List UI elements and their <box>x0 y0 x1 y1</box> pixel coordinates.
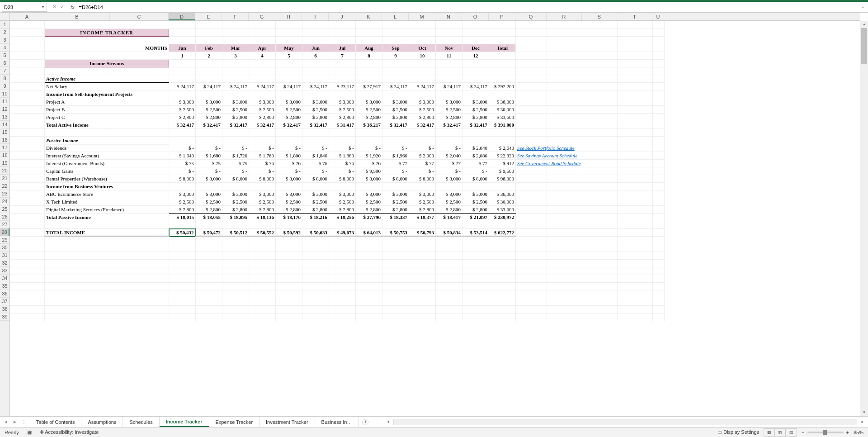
sheet-tab[interactable]: Assumptions <box>81 417 123 427</box>
cells-viewport[interactable]: INCOME TRACKERMONTHSJanFebMarAprMayJunJu… <box>10 21 860 416</box>
row-header-8[interactable]: 8 <box>0 75 9 82</box>
column-header-P[interactable]: P <box>489 13 515 20</box>
row-header-36[interactable]: 36 <box>0 290 9 298</box>
column-header-E[interactable]: E <box>195 13 222 20</box>
row-header-25[interactable]: 25 <box>0 205 9 213</box>
sheet-tab[interactable]: Income Tracker <box>160 417 209 427</box>
row-header-33[interactable]: 33 <box>0 267 9 275</box>
column-header-Q[interactable]: Q <box>515 13 547 20</box>
name-box[interactable]: D28 ▼ <box>2 3 47 12</box>
sheet-tab[interactable]: Investment Tracker <box>259 417 315 427</box>
hscroll-left-icon[interactable]: ◄ <box>384 420 392 424</box>
schedule-link[interactable]: See Savings Account Schedule <box>517 153 577 158</box>
name-box-dropdown-icon[interactable]: ▼ <box>41 5 45 9</box>
row-header-1[interactable]: 1 <box>0 21 9 28</box>
scroll-thumb[interactable] <box>861 28 867 64</box>
row-header-30[interactable]: 30 <box>0 244 9 252</box>
sheet-tab[interactable]: Expense Tracker <box>209 417 260 427</box>
formula-expand-icon[interactable]: ⌄ <box>858 5 868 9</box>
view-page-break-icon[interactable]: ▤ <box>786 429 797 436</box>
row-header-17[interactable]: 17 <box>0 144 9 152</box>
tab-nav-menu-icon[interactable]: ⋮ <box>22 419 26 424</box>
add-sheet-button[interactable]: + <box>359 417 372 427</box>
sheet-tab[interactable]: Table of Contents <box>30 417 82 427</box>
column-header-S[interactable]: S <box>582 13 617 20</box>
zoom-level[interactable]: 85% <box>854 430 863 435</box>
column-header-L[interactable]: L <box>382 13 409 20</box>
row-header-32[interactable]: 32 <box>0 259 9 267</box>
column-header-U[interactable]: U <box>652 13 664 20</box>
fx-label[interactable]: fx <box>68 5 77 10</box>
column-header-T[interactable]: T <box>617 13 652 20</box>
column-header-A[interactable]: A <box>10 13 44 20</box>
sheet-tab[interactable]: Schedules <box>123 417 159 427</box>
select-all-corner[interactable] <box>0 13 10 21</box>
sheet-tab[interactable]: Business In… <box>315 417 359 427</box>
row-header-38[interactable]: 38 <box>0 305 9 313</box>
view-page-layout-icon[interactable]: ▥ <box>775 429 786 436</box>
row-header-12[interactable]: 12 <box>0 105 9 113</box>
row-header-13[interactable]: 13 <box>0 113 9 121</box>
schedule-link[interactable]: See Stock Portfolio Schedule <box>517 145 575 151</box>
row-header-35[interactable]: 35 <box>0 282 9 290</box>
column-header-M[interactable]: M <box>409 13 435 20</box>
row-header-24[interactable]: 24 <box>0 198 9 205</box>
row-header-15[interactable]: 15 <box>0 128 9 136</box>
row-header-22[interactable]: 22 <box>0 182 9 190</box>
row-header-16[interactable]: 16 <box>0 136 9 144</box>
column-header-G[interactable]: G <box>249 13 275 20</box>
hscroll-right-icon[interactable]: ► <box>859 420 866 424</box>
column-header-D[interactable]: D <box>169 13 195 20</box>
row-header-28[interactable]: 28 <box>0 228 9 236</box>
tab-nav-first-icon[interactable]: ◄ <box>4 419 8 424</box>
row-header-26[interactable]: 26 <box>0 213 9 221</box>
horizontal-scrollbar[interactable]: ◄ ► <box>382 417 868 427</box>
row-header-2[interactable]: 2 <box>0 28 9 36</box>
zoom-slider[interactable]: − + <box>802 430 849 435</box>
column-header-F[interactable]: F <box>222 13 249 20</box>
column-header-R[interactable]: R <box>547 13 582 20</box>
scroll-down-icon[interactable]: ▼ <box>860 409 868 416</box>
row-header-4[interactable]: 4 <box>0 44 9 52</box>
row-header-20[interactable]: 20 <box>0 167 9 175</box>
row-header-21[interactable]: 21 <box>0 175 9 182</box>
schedule-link[interactable]: See Government Bond Schedule <box>517 161 581 166</box>
display-settings[interactable]: ▭ Display Settings <box>717 429 759 435</box>
zoom-out-icon[interactable]: − <box>802 430 804 435</box>
row-header-29[interactable]: 29 <box>0 236 9 244</box>
row-header-3[interactable]: 3 <box>0 36 9 44</box>
row-header-27[interactable]: 27 <box>0 221 9 228</box>
row-header-5[interactable]: 5 <box>0 52 9 59</box>
column-header-C[interactable]: C <box>110 13 169 20</box>
accessibility-status[interactable]: ✚ Accessibility: Investigate <box>40 429 99 435</box>
column-header-J[interactable]: J <box>329 13 355 20</box>
column-header-B[interactable]: B <box>44 13 110 20</box>
formula-input[interactable] <box>77 3 858 12</box>
tab-nav-next-icon[interactable]: ► <box>13 419 17 424</box>
row-header-11[interactable]: 11 <box>0 98 9 105</box>
row-header-7[interactable]: 7 <box>0 67 9 75</box>
cancel-icon[interactable]: ✕ <box>52 4 57 10</box>
macro-icon[interactable]: ▦ <box>27 429 32 435</box>
row-header-34[interactable]: 34 <box>0 275 9 282</box>
column-header-H[interactable]: H <box>275 13 302 20</box>
row-header-39[interactable]: 39 <box>0 313 9 321</box>
row-header-19[interactable]: 19 <box>0 159 9 167</box>
scroll-up-icon[interactable]: ▲ <box>860 21 868 28</box>
row-header-31[interactable]: 31 <box>0 252 9 259</box>
column-header-K[interactable]: K <box>355 13 382 20</box>
zoom-in-icon[interactable]: + <box>846 430 849 435</box>
column-header-O[interactable]: O <box>462 13 489 20</box>
row-header-37[interactable]: 37 <box>0 298 9 305</box>
row-header-10[interactable]: 10 <box>0 90 9 98</box>
confirm-icon[interactable]: ✓ <box>60 4 64 10</box>
row-header-18[interactable]: 18 <box>0 152 9 159</box>
row-header-9[interactable]: 9 <box>0 82 9 90</box>
view-normal-icon[interactable]: ▦ <box>764 429 775 436</box>
row-header-14[interactable]: 14 <box>0 121 9 128</box>
vertical-scrollbar[interactable]: ▲ ▼ <box>860 21 868 416</box>
row-header-23[interactable]: 23 <box>0 190 9 198</box>
column-header-N[interactable]: N <box>435 13 462 20</box>
column-header-I[interactable]: I <box>302 13 329 20</box>
row-header-6[interactable]: 6 <box>0 59 9 67</box>
